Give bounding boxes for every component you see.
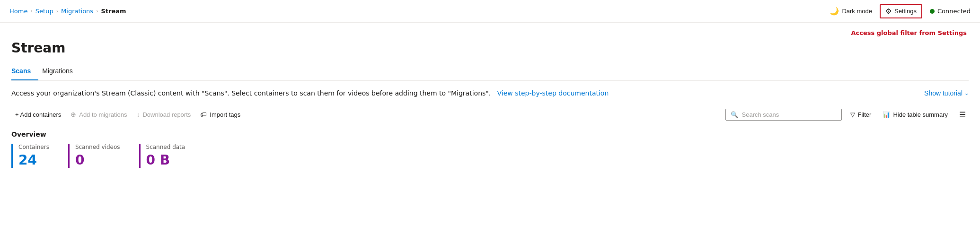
bar-chart-icon: 📊 — [883, 111, 890, 118]
stat-scanned-videos-value: 0 — [75, 152, 120, 168]
search-icon: 🔍 — [731, 111, 738, 118]
description-link[interactable]: View step-by-step documentation — [495, 89, 609, 97]
stat-scanned-data-value: 0 B — [146, 152, 185, 168]
settings-button[interactable]: ⚙ Settings — [880, 4, 922, 18]
filter-icon: ▽ — [850, 111, 855, 118]
tab-scans[interactable]: Scans — [11, 63, 38, 80]
breadcrumb: Home › Setup › Migrations › Stream — [9, 8, 126, 15]
main-content: Access global filter from Settings Strea… — [0, 23, 980, 168]
hide-summary-button[interactable]: 📊 Hide table summary — [880, 109, 951, 120]
add-migrations-button[interactable]: ⊕ Add to migrations — [67, 108, 131, 121]
description-row: Access your organization's Stream (Class… — [11, 88, 969, 98]
settings-label: Settings — [894, 8, 917, 15]
add-containers-button[interactable]: + Add containers — [11, 108, 65, 121]
stat-scanned-data-label: Scanned data — [146, 144, 185, 150]
stat-scanned-videos-label: Scanned videos — [75, 144, 120, 150]
stat-containers-value: 24 — [18, 152, 49, 168]
dark-mode-button[interactable]: 🌙 Dark mode — [830, 7, 872, 16]
breadcrumb-sep-2: › — [56, 8, 58, 14]
top-bar-right: 🌙 Dark mode ⚙ Settings Connected — [830, 4, 971, 18]
show-tutorial-button[interactable]: Show tutorial ⌄ — [924, 89, 969, 97]
columns-button[interactable]: ☰ — [956, 108, 969, 121]
toolbar-left: + Add containers ⊕ Add to migrations ↓ D… — [11, 108, 724, 121]
search-input[interactable] — [742, 111, 837, 118]
stat-containers-label: Containers — [18, 144, 49, 150]
tag-icon: 🏷 — [200, 111, 207, 118]
add-migrations-icon: ⊕ — [71, 111, 76, 118]
download-reports-label: Download reports — [142, 111, 191, 118]
chevron-down-icon: ⌄ — [964, 90, 969, 96]
add-containers-label: + Add containers — [15, 111, 61, 118]
moon-icon: 🌙 — [830, 7, 839, 16]
overview-stats: Containers 24 Scanned videos 0 Scanned d… — [11, 144, 969, 168]
top-bar: Home › Setup › Migrations › Stream 🌙 Dar… — [0, 0, 980, 23]
toolbar-right: 🔍 ▽ Filter 📊 Hide table summary ☰ — [725, 108, 969, 121]
connected-label: Connected — [937, 8, 971, 15]
description-main: Access your organization's Stream (Class… — [11, 89, 491, 97]
toolbar: + Add containers ⊕ Add to migrations ↓ D… — [11, 108, 969, 121]
stat-scanned-videos: Scanned videos 0 — [68, 144, 120, 168]
page-title: Stream — [11, 40, 969, 56]
breadcrumb-sep-3: › — [96, 8, 98, 14]
overview-title: Overview — [11, 130, 969, 138]
global-filter-text: Access global filter from Settings — [851, 29, 967, 36]
download-icon: ↓ — [136, 111, 140, 118]
breadcrumb-current: Stream — [101, 8, 126, 15]
filter-button[interactable]: ▽ Filter — [848, 109, 874, 120]
import-tags-label: Import tags — [210, 111, 240, 118]
global-filter-alert: Access global filter from Settings — [11, 29, 969, 36]
stat-containers: Containers 24 — [11, 144, 49, 168]
connected-indicator: Connected — [930, 8, 971, 15]
tab-migrations[interactable]: Migrations — [42, 63, 80, 80]
search-box: 🔍 — [725, 109, 842, 121]
stat-scanned-data: Scanned data 0 B — [139, 144, 185, 168]
breadcrumb-home[interactable]: Home — [9, 8, 27, 15]
import-tags-button[interactable]: 🏷 Import tags — [196, 108, 244, 121]
add-migrations-label: Add to migrations — [79, 111, 127, 118]
hide-summary-label: Hide table summary — [893, 111, 948, 118]
breadcrumb-setup[interactable]: Setup — [35, 8, 53, 15]
tabs-container: Scans Migrations — [11, 63, 969, 81]
columns-icon: ☰ — [959, 111, 966, 119]
gear-icon: ⚙ — [885, 7, 892, 16]
download-reports-button[interactable]: ↓ Download reports — [132, 108, 194, 121]
connected-dot — [930, 9, 935, 14]
breadcrumb-sep-1: › — [30, 8, 32, 14]
breadcrumb-migrations[interactable]: Migrations — [61, 8, 93, 15]
dark-mode-label: Dark mode — [842, 8, 872, 15]
filter-label: Filter — [858, 111, 872, 118]
description-text: Access your organization's Stream (Class… — [11, 88, 917, 98]
show-tutorial-label: Show tutorial — [924, 89, 962, 97]
overview-section: Overview Containers 24 Scanned videos 0 … — [11, 130, 969, 168]
